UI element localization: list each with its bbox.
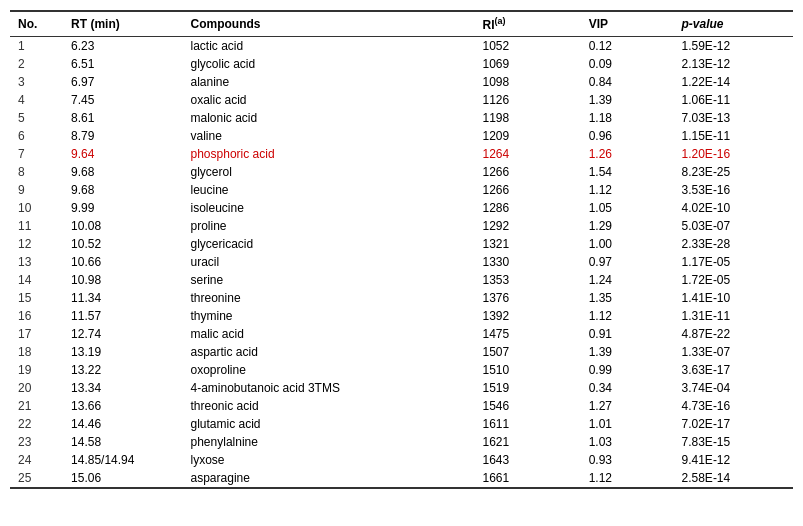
cell-ri: 1069 bbox=[474, 55, 580, 73]
cell-vip: 0.09 bbox=[581, 55, 674, 73]
cell-ri: 1209 bbox=[474, 127, 580, 145]
cell-no: 25 bbox=[10, 469, 63, 488]
cell-pvalue: 2.33E-28 bbox=[674, 235, 793, 253]
cell-rt: 13.34 bbox=[63, 379, 182, 397]
cell-rt: 9.99 bbox=[63, 199, 182, 217]
cell-pvalue: 1.59E-12 bbox=[674, 37, 793, 56]
cell-ri: 1392 bbox=[474, 307, 580, 325]
cell-rt: 14.85/14.94 bbox=[63, 451, 182, 469]
cell-compound: valine bbox=[183, 127, 475, 145]
cell-ri: 1098 bbox=[474, 73, 580, 91]
cell-no: 16 bbox=[10, 307, 63, 325]
cell-no: 3 bbox=[10, 73, 63, 91]
cell-pvalue: 1.22E-14 bbox=[674, 73, 793, 91]
cell-no: 18 bbox=[10, 343, 63, 361]
table-row: 16.23lactic acid10520.121.59E-12 bbox=[10, 37, 793, 56]
header-pvalue: p-value bbox=[674, 11, 793, 37]
cell-rt: 6.23 bbox=[63, 37, 182, 56]
cell-no: 5 bbox=[10, 109, 63, 127]
table-row: 2214.46glutamic acid16111.017.02E-17 bbox=[10, 415, 793, 433]
cell-compound: phenylalnine bbox=[183, 433, 475, 451]
cell-compound: lactic acid bbox=[183, 37, 475, 56]
cell-compound: glycolic acid bbox=[183, 55, 475, 73]
cell-no: 20 bbox=[10, 379, 63, 397]
cell-compound: thymine bbox=[183, 307, 475, 325]
cell-compound: oxoproline bbox=[183, 361, 475, 379]
table-row: 79.64phosphoric acid12641.261.20E-16 bbox=[10, 145, 793, 163]
cell-rt: 10.08 bbox=[63, 217, 182, 235]
cell-compound: lyxose bbox=[183, 451, 475, 469]
cell-pvalue: 2.58E-14 bbox=[674, 469, 793, 488]
table-row: 2515.06asparagine16611.122.58E-14 bbox=[10, 469, 793, 488]
cell-vip: 0.91 bbox=[581, 325, 674, 343]
cell-ri: 1353 bbox=[474, 271, 580, 289]
cell-rt: 9.68 bbox=[63, 163, 182, 181]
cell-vip: 1.35 bbox=[581, 289, 674, 307]
cell-compound: leucine bbox=[183, 181, 475, 199]
cell-compound: threonic acid bbox=[183, 397, 475, 415]
cell-no: 1 bbox=[10, 37, 63, 56]
cell-no: 4 bbox=[10, 91, 63, 109]
cell-ri: 1661 bbox=[474, 469, 580, 488]
cell-pvalue: 4.02E-10 bbox=[674, 199, 793, 217]
cell-pvalue: 2.13E-12 bbox=[674, 55, 793, 73]
table-row: 99.68leucine12661.123.53E-16 bbox=[10, 181, 793, 199]
cell-no: 17 bbox=[10, 325, 63, 343]
cell-ri: 1510 bbox=[474, 361, 580, 379]
cell-no: 22 bbox=[10, 415, 63, 433]
cell-no: 11 bbox=[10, 217, 63, 235]
cell-vip: 1.18 bbox=[581, 109, 674, 127]
cell-vip: 0.12 bbox=[581, 37, 674, 56]
cell-pvalue: 7.02E-17 bbox=[674, 415, 793, 433]
table-row: 36.97alanine10980.841.22E-14 bbox=[10, 73, 793, 91]
cell-pvalue: 1.72E-05 bbox=[674, 271, 793, 289]
table-row: 1611.57thymine13921.121.31E-11 bbox=[10, 307, 793, 325]
cell-ri: 1507 bbox=[474, 343, 580, 361]
header-compounds: Compounds bbox=[183, 11, 475, 37]
cell-vip: 1.27 bbox=[581, 397, 674, 415]
table-row: 47.45oxalic acid11261.391.06E-11 bbox=[10, 91, 793, 109]
cell-pvalue: 3.63E-17 bbox=[674, 361, 793, 379]
cell-ri: 1643 bbox=[474, 451, 580, 469]
cell-compound: malic acid bbox=[183, 325, 475, 343]
cell-pvalue: 7.83E-15 bbox=[674, 433, 793, 451]
cell-no: 21 bbox=[10, 397, 63, 415]
cell-vip: 0.34 bbox=[581, 379, 674, 397]
cell-no: 8 bbox=[10, 163, 63, 181]
cell-compound: proline bbox=[183, 217, 475, 235]
cell-compound: glycericacid bbox=[183, 235, 475, 253]
table-row: 1110.08proline12921.295.03E-07 bbox=[10, 217, 793, 235]
cell-no: 10 bbox=[10, 199, 63, 217]
cell-ri: 1286 bbox=[474, 199, 580, 217]
cell-compound: aspartic acid bbox=[183, 343, 475, 361]
cell-rt: 7.45 bbox=[63, 91, 182, 109]
cell-compound: oxalic acid bbox=[183, 91, 475, 109]
cell-vip: 0.84 bbox=[581, 73, 674, 91]
cell-ri: 1052 bbox=[474, 37, 580, 56]
cell-compound: threonine bbox=[183, 289, 475, 307]
table-row: 2013.344-aminobutanoic acid 3TMS15190.34… bbox=[10, 379, 793, 397]
table-row: 58.61malonic acid11981.187.03E-13 bbox=[10, 109, 793, 127]
cell-rt: 6.51 bbox=[63, 55, 182, 73]
cell-rt: 13.19 bbox=[63, 343, 182, 361]
cell-vip: 1.24 bbox=[581, 271, 674, 289]
header-rt: RT (min) bbox=[63, 11, 182, 37]
cell-ri: 1475 bbox=[474, 325, 580, 343]
cell-no: 12 bbox=[10, 235, 63, 253]
table-row: 1410.98serine13531.241.72E-05 bbox=[10, 271, 793, 289]
cell-ri: 1266 bbox=[474, 181, 580, 199]
cell-vip: 0.96 bbox=[581, 127, 674, 145]
cell-ri: 1292 bbox=[474, 217, 580, 235]
cell-pvalue: 7.03E-13 bbox=[674, 109, 793, 127]
table-row: 1310.66uracil13300.971.17E-05 bbox=[10, 253, 793, 271]
cell-rt: 10.98 bbox=[63, 271, 182, 289]
cell-ri: 1264 bbox=[474, 145, 580, 163]
table-row: 2314.58phenylalnine16211.037.83E-15 bbox=[10, 433, 793, 451]
cell-no: 9 bbox=[10, 181, 63, 199]
cell-pvalue: 1.15E-11 bbox=[674, 127, 793, 145]
cell-compound: uracil bbox=[183, 253, 475, 271]
cell-pvalue: 4.87E-22 bbox=[674, 325, 793, 343]
cell-rt: 9.68 bbox=[63, 181, 182, 199]
cell-rt: 11.57 bbox=[63, 307, 182, 325]
cell-rt: 12.74 bbox=[63, 325, 182, 343]
